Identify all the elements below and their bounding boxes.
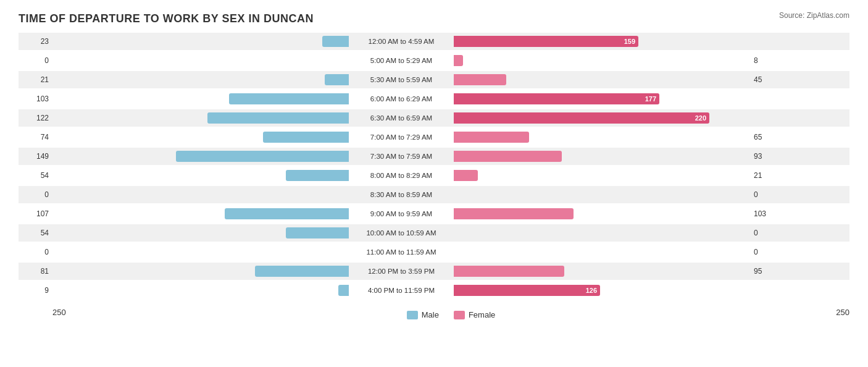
axis-right-label: 250 xyxy=(816,308,849,317)
female-bar-side xyxy=(454,208,750,220)
time-label: 8:00 AM to 8:29 AM xyxy=(349,172,454,179)
time-label: 8:30 AM to 8:59 AM xyxy=(349,191,454,198)
axis-left-label: 250 xyxy=(52,308,86,317)
male-value: 0 xyxy=(19,248,52,256)
male-bar-side xyxy=(52,265,349,277)
female-value: 65 xyxy=(750,133,784,141)
female-value: 93 xyxy=(750,152,784,161)
table-row: 747:00 AM to 7:29 AM65 xyxy=(19,129,849,146)
male-bar-side xyxy=(52,188,349,201)
time-label: 12:00 AM to 4:59 AM xyxy=(349,38,454,45)
male-bar xyxy=(229,93,349,104)
male-bar xyxy=(207,112,349,124)
chart-container: TIME OF DEPARTURE TO WORK BY SEX IN DUNC… xyxy=(0,0,868,367)
legend-male: Male xyxy=(407,310,439,319)
female-bar: 220 xyxy=(454,112,709,124)
female-bar-side xyxy=(454,227,750,239)
time-label: 10:00 AM to 10:59 AM xyxy=(349,229,454,237)
female-bar xyxy=(454,170,478,181)
female-bar-side xyxy=(454,169,750,182)
female-bar-side xyxy=(454,188,750,201)
time-label: 7:30 AM to 7:59 AM xyxy=(349,153,454,160)
time-label: 7:00 AM to 7:29 AM xyxy=(349,133,454,141)
male-bar-side xyxy=(52,35,349,48)
table-row: 011:00 AM to 11:59 AM0 xyxy=(19,243,849,261)
female-bar xyxy=(454,132,529,143)
male-value: 54 xyxy=(19,229,52,237)
table-row: 5410:00 AM to 10:59 AM0 xyxy=(19,224,849,242)
female-bar-side xyxy=(454,54,750,67)
table-row: 215:30 AM to 5:59 AM45 xyxy=(19,71,849,88)
female-value: 0 xyxy=(750,190,784,199)
male-value: 0 xyxy=(19,190,52,199)
time-label: 12:00 PM to 3:59 PM xyxy=(349,268,454,275)
male-bar xyxy=(325,74,349,85)
female-value: 21 xyxy=(750,171,784,180)
male-value: 103 xyxy=(19,95,52,103)
table-row: 1226:30 AM to 6:59 AM220 xyxy=(19,109,849,127)
male-bar-side xyxy=(52,112,349,124)
male-bar xyxy=(286,227,349,238)
female-value: 45 xyxy=(750,75,784,84)
male-value: 9 xyxy=(19,286,52,295)
table-row: 05:00 AM to 5:29 AM8 xyxy=(19,52,849,69)
time-label: 11:00 AM to 11:59 AM xyxy=(349,248,454,256)
male-bar-side xyxy=(52,131,349,143)
male-value: 0 xyxy=(19,56,52,65)
legend-male-box xyxy=(407,311,418,319)
legend: Male Female xyxy=(407,310,496,319)
female-bar-side xyxy=(454,150,750,162)
male-bar-side xyxy=(52,246,349,258)
time-label: 5:30 AM to 5:59 AM xyxy=(349,76,454,83)
male-bar xyxy=(263,132,349,143)
table-row: 1079:00 AM to 9:59 AM103 xyxy=(19,205,849,222)
male-bar-side xyxy=(52,93,349,105)
female-bar-side: 220 xyxy=(454,112,750,124)
female-value: 103 xyxy=(750,209,784,218)
table-row: 08:30 AM to 8:59 AM0 xyxy=(19,186,849,203)
legend-female-box xyxy=(454,311,465,319)
female-value: 0 xyxy=(750,229,784,237)
male-bar-side xyxy=(52,150,349,162)
butterfly-chart: 2312:00 AM to 4:59 AM15905:00 AM to 5:29… xyxy=(19,33,849,299)
male-value: 122 xyxy=(19,114,52,122)
table-row: 1497:30 AM to 7:59 AM93 xyxy=(19,148,849,165)
table-row: 548:00 AM to 8:29 AM21 xyxy=(19,167,849,184)
female-bar xyxy=(454,208,574,219)
male-value: 107 xyxy=(19,209,52,218)
female-bar-side xyxy=(454,246,750,258)
time-label: 9:00 AM to 9:59 AM xyxy=(349,210,454,217)
male-bar-side xyxy=(52,284,349,297)
legend-male-label: Male xyxy=(422,310,439,319)
male-bar xyxy=(255,266,349,277)
male-bar xyxy=(322,36,349,47)
time-label: 6:30 AM to 6:59 AM xyxy=(349,114,454,122)
time-label: 6:00 AM to 6:29 AM xyxy=(349,95,454,103)
male-value: 81 xyxy=(19,267,52,276)
female-inside-value: 159 xyxy=(624,38,638,45)
male-bar-side xyxy=(52,227,349,239)
male-value: 21 xyxy=(19,75,52,84)
male-value: 23 xyxy=(19,37,52,46)
time-label: 5:00 AM to 5:29 AM xyxy=(349,57,454,64)
female-bar: 159 xyxy=(454,36,638,47)
male-bar xyxy=(225,208,349,219)
male-bar-side xyxy=(52,208,349,220)
female-inside-value: 220 xyxy=(695,114,709,122)
chart-title: TIME OF DEPARTURE TO WORK BY SEX IN DUNC… xyxy=(19,12,314,25)
male-value: 149 xyxy=(19,152,52,161)
source-label: Source: ZipAtlas.com xyxy=(779,11,849,20)
table-row: 8112:00 PM to 3:59 PM95 xyxy=(19,263,849,280)
female-bar xyxy=(454,55,463,66)
bottom-section: 250 Male Female 250 xyxy=(19,305,849,319)
male-bar-side xyxy=(52,54,349,67)
female-value: 0 xyxy=(750,248,784,256)
table-row: 1036:00 AM to 6:29 AM177 xyxy=(19,90,849,108)
legend-female-label: Female xyxy=(469,310,495,319)
female-bar-side xyxy=(454,131,750,143)
male-value: 54 xyxy=(19,171,52,180)
female-bar: 177 xyxy=(454,93,659,104)
female-bar-side: 126 xyxy=(454,284,750,297)
female-bar-side xyxy=(454,74,750,86)
table-row: 2312:00 AM to 4:59 AM159 xyxy=(19,33,849,50)
